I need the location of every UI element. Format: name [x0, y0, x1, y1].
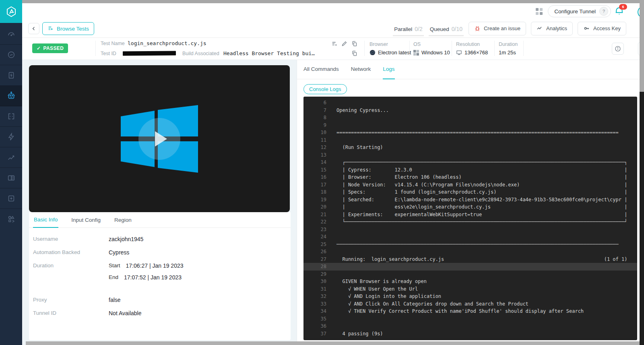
console-line: 34 √ THEN Verify Correct Product with na…: [303, 308, 637, 315]
console-body: ========================================…: [303, 97, 637, 337]
horizontal-scrollbar[interactable]: [26, 341, 640, 345]
sidebar-item-smart-ui[interactable]: [0, 168, 22, 188]
sidebar-item-realtime[interactable]: [0, 45, 22, 65]
analytics-label: Analytics: [546, 25, 567, 31]
parallel-stat: Parallel 0/2: [393, 22, 424, 36]
sidebar-item-dashboard[interactable]: [0, 24, 22, 45]
browse-tests-label: Browse Tests: [57, 26, 89, 32]
play-button[interactable]: [138, 118, 180, 160]
queue-list-icon[interactable]: [331, 41, 338, 47]
browser-label: Browser: [369, 41, 411, 47]
play-icon: [155, 131, 167, 147]
sidebar-item-new-project[interactable]: [0, 188, 22, 209]
divider: [452, 41, 452, 56]
copy-test-name-icon[interactable]: [351, 41, 357, 47]
edit-pencil-icon[interactable]: [341, 41, 347, 47]
monitor-icon: [456, 50, 462, 56]
lambdatest-logo[interactable]: [0, 0, 22, 23]
parallel-label: Parallel: [394, 26, 412, 32]
toolbar: Browse Tests Parallel 0/2 Queued 0/10 Cr…: [22, 19, 644, 38]
vertical-scrollbar[interactable]: [640, 0, 644, 345]
tab-logs[interactable]: Logs: [383, 59, 394, 79]
console-line: 20 | ess\e2e\login_searchproduct.cy.js |: [303, 203, 637, 211]
console-line: 26: [303, 248, 637, 256]
back-button[interactable]: [28, 23, 39, 34]
status-badge: ✓ PASSED: [32, 43, 68, 53]
console-line: 28: [303, 263, 637, 271]
duration-value: 1m 25s: [499, 50, 516, 56]
test-video-player[interactable]: [29, 65, 290, 212]
divider: [523, 41, 524, 56]
build-associated-value[interactable]: Headless Browser Testing bui…: [223, 50, 315, 56]
proxy-row: Proxy false: [33, 297, 291, 303]
divider: [494, 41, 495, 56]
resolution-value: 1366×768: [464, 50, 488, 56]
queued-label: Queued: [430, 26, 449, 32]
sidebar-item-cross-browser[interactable]: [0, 106, 22, 127]
test-name-value: login_searchproduct.cy.js: [128, 40, 206, 46]
tab-basic-info[interactable]: Basic Info: [33, 217, 58, 228]
create-issue-button[interactable]: Create an issue: [469, 22, 526, 35]
sidebar-item-app-testing[interactable]: [0, 65, 22, 86]
start-label: Start: [109, 262, 120, 269]
test-name-label: Test Name: [101, 41, 125, 46]
resolution-label: Resolution: [456, 41, 488, 47]
configure-tunnel-button[interactable]: Configure Tunnel ?: [548, 5, 611, 17]
sidebar-item-analytics[interactable]: [0, 147, 22, 168]
apps-grid-icon[interactable]: [536, 8, 543, 15]
tunnel-id-label: Tunnel ID: [33, 310, 109, 316]
console-line: 23: [303, 226, 637, 233]
check-icon: ✓: [37, 45, 41, 51]
console-line: 31 √ WHEN User Open the Url: [303, 285, 637, 293]
console-output[interactable]: ========================================…: [303, 97, 637, 340]
notification-badge: 6: [619, 4, 627, 10]
browser-meta: Browser Electron latest: [369, 41, 411, 56]
notifications-bell-icon[interactable]: 6: [614, 6, 624, 16]
browse-tests-icon: [47, 25, 54, 32]
tab-all-commands[interactable]: All Commands: [303, 59, 339, 79]
resolution-meta: Resolution 1366×768: [456, 41, 488, 56]
sidebar-item-automation[interactable]: [0, 86, 22, 106]
windows-icon: [413, 50, 419, 56]
console-line: 33 √ AND Click On All Categories drop do…: [303, 300, 637, 308]
sidebar-item-hyperexecute[interactable]: [0, 127, 22, 147]
os-value: Windows 10: [421, 50, 450, 56]
copy-test-id-icon[interactable]: [351, 50, 357, 56]
analytics-button[interactable]: Analytics: [531, 22, 573, 35]
sidebar-item-integrations[interactable]: [0, 209, 22, 229]
console-logs-button[interactable]: Console Logs: [303, 84, 347, 94]
gauge-icon: [7, 30, 16, 39]
browser-value: Electron latest: [378, 50, 411, 56]
console-line: 29: [303, 271, 637, 278]
username-value: zackjohn1945: [109, 236, 143, 242]
console-line: 6: [303, 99, 637, 107]
start-value: 17:06:27 | Jan 19 2023: [126, 262, 184, 269]
console-line: 22 └────────────────────────────────────…: [303, 218, 637, 226]
robot-icon: [6, 91, 16, 101]
tunnel-id-value: Not Available: [109, 310, 141, 316]
help-icon[interactable]: ?: [599, 7, 608, 16]
log-tabs: All Commands Network Logs: [297, 60, 640, 79]
tab-input-config[interactable]: Input Config: [70, 217, 101, 227]
window-top-strip: [22, 0, 644, 3]
access-key-button[interactable]: Access Key: [578, 22, 626, 35]
console-line: 24: [303, 233, 637, 241]
info-tabs: Basic Info Input Config Region: [29, 212, 291, 228]
tab-region[interactable]: Region: [114, 217, 132, 227]
username-row: Username zackjohn1945: [33, 236, 291, 242]
topbar: Configure Tunnel ? 6: [22, 3, 644, 20]
tab-network[interactable]: Network: [351, 59, 371, 79]
browse-tests-button[interactable]: Browse Tests: [42, 22, 94, 35]
console-line: 36: [303, 322, 637, 330]
console-line: 11: [303, 136, 637, 144]
scrollbar-thumb[interactable]: [640, 0, 644, 92]
test-id-label: Test ID: [101, 51, 116, 56]
info-icon[interactable]: [612, 43, 624, 55]
logs-panel: All Commands Network Logs Console Logs =…: [297, 60, 640, 345]
automation-row: Automation Backed Cypress: [33, 249, 291, 256]
console-line: 35: [303, 315, 637, 323]
duration-label: Duration: [499, 41, 518, 47]
device-bolt-icon: [7, 71, 16, 80]
analytics-icon: [537, 25, 543, 32]
line-chart-icon: [7, 153, 16, 162]
